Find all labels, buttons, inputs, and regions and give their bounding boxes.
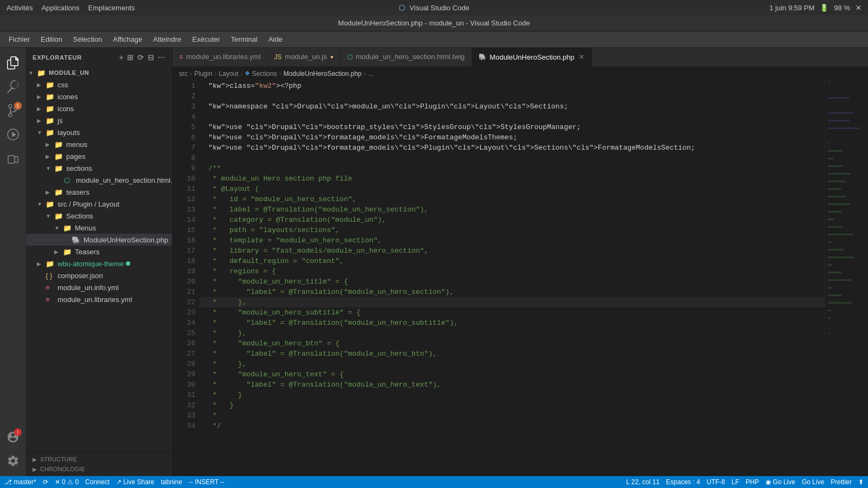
sidebar-item-ModuleUnHeroSection[interactable]: ▶ 🐘 ModuleUnHeroSection.php [26,234,172,246]
code-line-1: "kw">class="kw2"><?php [200,81,825,91]
wbu-label: wbu-atomique-theme [58,260,124,268]
breadcrumb-src[interactable]: src [179,70,188,78]
tree-root[interactable]: ▼ 📁 MODULE_UN [26,67,172,79]
line-number-32: 32 [177,400,195,410]
menu-affichage[interactable]: Affichage [108,33,146,46]
chronologie-section[interactable]: ▶ CHRONOLOGIE [33,464,165,474]
breadcrumb-layout[interactable]: Layout [219,70,238,78]
sidebar-item-layouts[interactable]: ▼ 📁 layouts [26,126,172,138]
sidebar-item-Sections[interactable]: ▼ 📁 Sections [26,210,172,222]
root-folder-icon: 📁 [37,69,47,77]
breadcrumb-sep1: › [190,70,192,78]
src-label: src / Plugin / Layout [58,200,119,208]
tab-twig[interactable]: ⬡ module_un_hero_section.html.twig [341,48,472,66]
sidebar-item-src[interactable]: ▼ 📁 src / Plugin / Layout [26,198,172,210]
sync-button[interactable]: ⟳ [43,478,48,486]
prettier-button[interactable]: Prettier [831,478,852,486]
sidebar-item-icones[interactable]: ▶ 📁 icones [26,91,172,102]
sidebar-item-icons[interactable]: ▶ 📁 icons [26,102,172,114]
code-line-12: * id = "module_un_hero_section", [200,194,825,204]
close-window-icon[interactable]: ✕ [856,4,861,12]
sidebar-item-js[interactable]: ▶ 📁 js [26,114,172,126]
line-number-9: 9 [177,163,195,174]
breadcrumb-file[interactable]: ModuleUnHeroSection.php [283,70,361,78]
activities-label[interactable]: Activités [7,4,33,12]
line-number-3: 3 [177,101,195,112]
breadcrumb-ellipsis[interactable]: ... [368,70,374,78]
line-number-27: 27 [177,349,195,359]
breadcrumb-sections[interactable]: ❖ Sections [245,70,277,78]
sidebar-item-twig[interactable]: ▶ ⬡ module_un_hero_section.html.twig [26,174,172,186]
sidebar-item-wbu[interactable]: ▶ 📁 wbu-atomique-theme [26,258,172,269]
collapse-icon[interactable]: ⊟ [148,53,155,62]
teasers-arrow: ▶ [46,189,54,195]
minimap [825,81,868,476]
live-share-button[interactable]: ↗ Live Share [116,478,155,486]
new-folder-icon[interactable]: ⊞ [127,53,134,62]
menu-atteindre[interactable]: Atteindre [149,33,186,46]
more-actions-icon[interactable]: ··· [158,53,165,62]
tab-libraries-yml[interactable]: ≡ module_un.libraries.yml [173,48,267,66]
search-icon[interactable] [2,76,24,98]
spaces-indicator[interactable]: Espaces : 4 [666,478,700,486]
extensions-icon[interactable] [2,147,24,169]
sidebar-item-css[interactable]: ▶ 📁 css [26,79,172,91]
position-indicator[interactable]: L 22, col 11 [626,478,660,486]
breadcrumb-sections-label: Sections [252,70,277,78]
menu-aide[interactable]: Aide [264,33,287,46]
pages-folder-icon: 📁 [54,152,64,160]
emplacements-label[interactable]: Emplacements [88,4,135,12]
sidebar-item-menus[interactable]: ▶ 📁 menus [26,138,172,150]
layouts-arrow: ▼ [37,130,46,136]
code-line-25: * }, [200,328,825,338]
sidebar-item-libraries-yml[interactable]: ▶ ≡ module_un.libraries.yml [26,293,172,305]
line-number-16: 16 [177,235,195,246]
line-number-29: 29 [177,369,195,380]
code-line-10: * module_un Hero section php file [200,174,825,184]
sidebar-item-Menus[interactable]: ▼ 📁 Menus [26,222,172,234]
connect-button[interactable]: Connect [85,478,110,486]
sidebar-item-sections[interactable]: ▼ 📁 sections [26,162,172,174]
explorer-icon[interactable] [2,52,24,74]
encoding-indicator[interactable]: UTF-8 [707,478,725,486]
menu-edition[interactable]: Edition [36,33,67,46]
error-count[interactable]: ✕ 0 ⚠ 0 [55,478,79,486]
breadcrumb-plugin[interactable]: Plugin [194,70,212,78]
refresh-icon[interactable]: ⟳ [137,53,144,62]
sidebar-item-teasers[interactable]: ▶ 📁 teasers [26,186,172,198]
applications-label[interactable]: Applications [41,4,79,12]
tab-js[interactable]: JS module_un.js ● [267,48,340,66]
maximize-icon[interactable]: ⬆ [858,478,864,486]
code-line-27: * "label" = @Translation("module_un_hero… [200,349,825,359]
account-icon[interactable]: ! [2,426,24,448]
language-indicator[interactable]: PHP [746,478,760,486]
menu-executer[interactable]: Exécuter [188,33,224,46]
run-debug-icon[interactable] [2,124,24,145]
code-line-7: "kw">use "cls">Drupal\"cls">formatage_mo… [200,143,825,153]
structure-section[interactable]: ▶ STRUCTURE [33,454,165,464]
sidebar-item-Teasers[interactable]: ▶ 📁 Teasers [26,246,172,258]
code-line-30: * "label" = @Translation("module_un_hero… [200,380,825,390]
breadcrumb-sep2: › [214,70,216,78]
menu-terminal[interactable]: Terminal [227,33,262,46]
tabnine-button[interactable]: tabnine [161,478,182,486]
settings-gear-icon[interactable] [2,450,24,472]
line-number-20: 20 [177,277,195,287]
branch-indicator[interactable]: ⎇ master* [4,478,36,486]
code-editor[interactable]: "kw">class="kw2"><?php "kw">namespace "c… [200,81,825,476]
go-live-button[interactable]: ◉ Go Live [765,478,795,486]
line-ending-indicator[interactable]: LF [732,478,739,486]
source-control-icon[interactable]: 1 [2,100,24,121]
sidebar-item-info-yml[interactable]: ▶ ≡ module_un.info.yml [26,281,172,293]
sidebar-item-composer[interactable]: ▶ { } composer.json [26,269,172,281]
new-file-icon[interactable]: + [119,53,124,62]
Menus-arrow: ▼ [54,225,63,231]
tab-php-close[interactable]: ✕ [578,52,585,62]
line-number-6: 6 [177,132,195,143]
menu-selection[interactable]: Sélection [69,33,106,46]
sidebar-item-pages[interactable]: ▶ 📁 pages [26,150,172,162]
menu-fichier[interactable]: Fichier [4,33,34,46]
tab-php-active[interactable]: 🐘 ModuleUnHeroSection.php ✕ [472,48,592,66]
go-live2-button[interactable]: Go Live [802,478,824,486]
sidebar-header-icons: + ⊞ ⟳ ⊟ ··· [119,53,166,62]
